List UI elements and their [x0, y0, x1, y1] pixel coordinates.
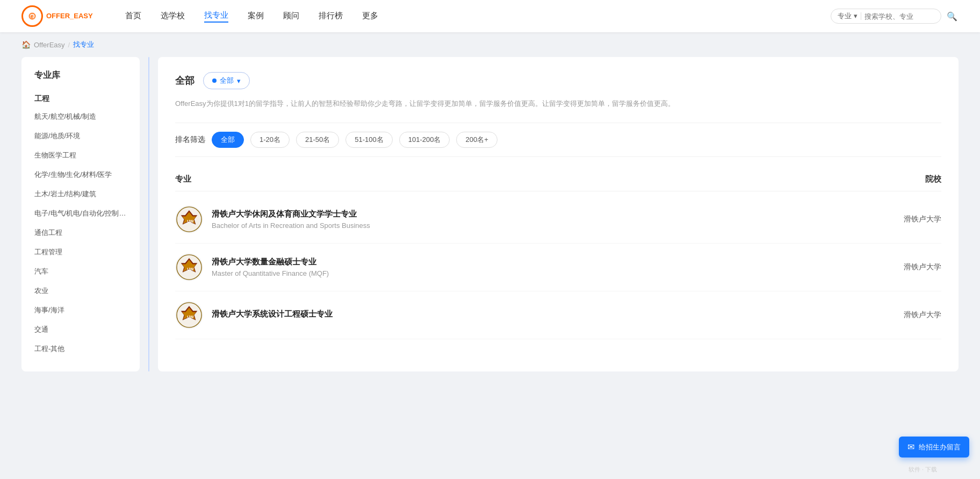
sidebar-item-electronics[interactable]: 电子/电气/机电/自动化/控制/机...	[21, 204, 140, 223]
waterloo-crest-icon-3: UW	[176, 302, 202, 328]
sidebar-item-eng-mgmt[interactable]: 工程管理	[21, 242, 140, 262]
program-school-0: 滑铁卢大学	[904, 215, 941, 224]
sidebar-item-telecom[interactable]: 通信工程	[21, 223, 140, 242]
svg-text:e: e	[31, 13, 34, 19]
home-icon: 🏠	[21, 40, 31, 49]
sidebar-item-biomedical[interactable]: 生物医学工程	[21, 146, 140, 165]
rank-btn-all[interactable]: 全部	[212, 132, 244, 148]
header-search-area: 专业 ▾ 🔍	[831, 9, 959, 24]
svg-text:UW: UW	[187, 314, 193, 319]
program-info-0: 滑铁卢大学休闲及体育商业文学学士专业 Bachelor of Arts in R…	[212, 209, 895, 230]
breadcrumb-separator: /	[68, 41, 70, 49]
waterloo-crest-icon-2: UW	[176, 254, 202, 280]
nav-select-school[interactable]: 选学校	[161, 11, 185, 22]
program-logo-1: UW	[175, 253, 203, 281]
rank-btn-1-20[interactable]: 1-20名	[250, 132, 290, 148]
search-category-dropdown[interactable]: 专业 ▾	[838, 11, 857, 21]
program-item-1[interactable]: UW 滑铁卢大学数量金融硕士专业 Master of Quantitative …	[175, 244, 941, 291]
sidebar: 专业库 工程 航天/航空/机械/制造 能源/地质/环境 生物医学工程 化学/生物…	[21, 57, 140, 371]
sidebar-item-civil[interactable]: 土木/岩土/结构/建筑	[21, 184, 140, 204]
sidebar-item-agriculture[interactable]: 农业	[21, 281, 140, 301]
chevron-down-icon: ▾	[237, 77, 241, 85]
nav-home[interactable]: 首页	[125, 11, 141, 22]
program-name-zh-1: 滑铁卢大学数量金融硕士专业	[212, 257, 895, 267]
breadcrumb-home[interactable]: OfferEasy	[34, 41, 65, 49]
rank-btn-21-50[interactable]: 21-50名	[296, 132, 339, 148]
sidebar-item-maritime[interactable]: 海事/海洋	[21, 301, 140, 320]
nav-advisor[interactable]: 顾问	[283, 11, 299, 22]
rank-filter-label: 排名筛选	[175, 135, 205, 145]
logo-icon: e	[26, 10, 38, 22]
sidebar-section-engineering: 工程	[21, 90, 140, 107]
rank-filter: 排名筛选 全部 1-20名 21-50名 51-100名 101-200名 20…	[175, 123, 941, 157]
search-box: 专业 ▾	[831, 9, 941, 24]
sidebar-item-eng-other[interactable]: 工程-其他	[21, 339, 140, 359]
sidebar-title: 专业库	[21, 70, 140, 90]
breadcrumb: 🏠 OfferEasy / 找专业	[0, 32, 980, 57]
main-nav: 首页 选学校 找专业 案例 顾问 排行榜 更多	[125, 10, 831, 23]
rank-btn-101-200[interactable]: 101-200名	[399, 132, 450, 148]
search-input[interactable]	[864, 12, 934, 20]
search-icon[interactable]: 🔍	[946, 10, 959, 23]
program-item-2[interactable]: UW 滑铁卢大学系统设计工程硕士专业 滑铁卢大学	[175, 291, 941, 339]
waterloo-crest-icon: UW	[176, 206, 202, 232]
program-name-zh-0: 滑铁卢大学休闲及体育商业文学学士专业	[212, 209, 895, 219]
nav-ranking[interactable]: 排行榜	[319, 11, 343, 22]
program-name-en-1: Master of Quantitative Finance (MQF)	[212, 269, 895, 277]
svg-text:UW: UW	[187, 267, 193, 271]
nav-cases[interactable]: 案例	[248, 11, 264, 22]
svg-text:UW: UW	[187, 219, 193, 224]
rank-btn-51-100[interactable]: 51-100名	[345, 132, 392, 148]
category-header: 全部 全部 ▾	[175, 72, 941, 89]
breadcrumb-current: 找专业	[73, 40, 94, 49]
program-logo-2: UW	[175, 301, 203, 329]
program-name-en-0: Bachelor of Arts in Recreation and Sport…	[212, 221, 895, 230]
category-dot	[212, 78, 217, 83]
nav-find-major[interactable]: 找专业	[204, 10, 228, 23]
table-col-major: 专业	[175, 174, 191, 184]
logo[interactable]: e OFFER_EASY	[21, 5, 93, 27]
content-area: 全部 全部 ▾ OfferEasy为你提供1对1的留学指导，让前人的智慧和经验帮…	[158, 57, 959, 371]
rank-btn-200plus[interactable]: 200名+	[456, 132, 497, 148]
logo-circle: e	[21, 5, 43, 27]
program-logo-0: UW	[175, 205, 203, 233]
program-info-2: 滑铁卢大学系统设计工程硕士专业	[212, 309, 895, 321]
sidebar-item-transport[interactable]: 交通	[21, 320, 140, 339]
category-dropdown[interactable]: 全部 ▾	[203, 72, 250, 89]
sidebar-item-chemistry[interactable]: 化学/生物/生化/材料/医学	[21, 165, 140, 184]
sidebar-item-auto[interactable]: 汽车	[21, 262, 140, 281]
nav-more[interactable]: 更多	[362, 11, 378, 22]
table-header: 专业 院校	[175, 170, 941, 191]
program-school-1: 滑铁卢大学	[904, 262, 941, 272]
sidebar-border	[148, 57, 149, 371]
logo-text: OFFER_EASY	[46, 12, 93, 20]
program-info-1: 滑铁卢大学数量金融硕士专业 Master of Quantitative Fin…	[212, 257, 895, 277]
program-name-zh-2: 滑铁卢大学系统设计工程硕士专业	[212, 309, 895, 319]
category-dropdown-label: 全部	[220, 76, 234, 85]
main-layout: 专业库 工程 航天/航空/机械/制造 能源/地质/环境 生物医学工程 化学/生物…	[0, 57, 980, 393]
sidebar-item-energy[interactable]: 能源/地质/环境	[21, 126, 140, 146]
program-school-2: 滑铁卢大学	[904, 310, 941, 320]
header: e OFFER_EASY 首页 选学校 找专业 案例 顾问 排行榜 更多 专业 …	[0, 0, 980, 32]
table-col-school: 院校	[925, 174, 941, 184]
description: OfferEasy为你提供1对1的留学指导，让前人的智慧和经验帮助你少走弯路，让…	[175, 98, 941, 110]
sidebar-item-aerospace[interactable]: 航天/航空/机械/制造	[21, 107, 140, 126]
category-title: 全部	[175, 74, 194, 87]
search-divider	[861, 12, 861, 20]
program-item-0[interactable]: UW 滑铁卢大学休闲及体育商业文学学士专业 Bachelor of Arts i…	[175, 196, 941, 244]
